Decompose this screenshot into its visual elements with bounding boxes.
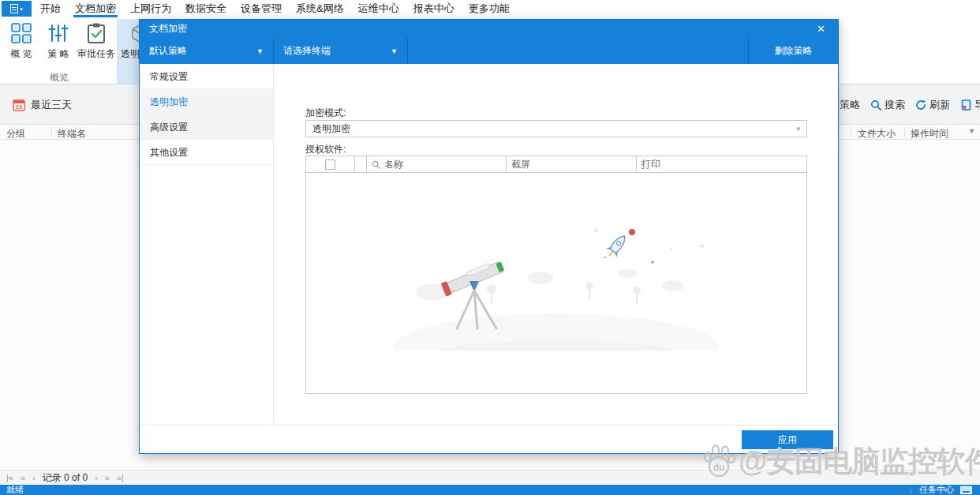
- menu-item-doc-encryption[interactable]: 文档加密: [75, 0, 116, 17]
- dialog-nav: 常规设置 透明加密 高级设置 其他设置: [140, 64, 274, 425]
- record-count-label: 记录 0 of 0: [43, 471, 88, 485]
- export-label: 导出: [974, 98, 980, 112]
- prev-page-button[interactable]: ‹: [32, 473, 36, 482]
- status-bar: 就绪 ↓ 任务中心: [0, 485, 980, 495]
- download-arrow-icon[interactable]: ↓: [909, 485, 914, 495]
- column-divider[interactable]: [904, 127, 905, 137]
- chevron-down-icon: ▾: [796, 125, 800, 133]
- export-button[interactable]: 导出: [960, 98, 980, 112]
- next-page-button[interactable]: ›: [95, 473, 98, 482]
- policy-label: 策略: [840, 98, 860, 112]
- date-filter-label: 最近三天: [31, 98, 72, 112]
- export-icon: [960, 99, 971, 111]
- chevron-down-icon: ▼: [256, 47, 264, 55]
- first-page-button[interactable]: |«: [6, 473, 13, 482]
- select-terminal-dropdown[interactable]: 请选择终端 ▼: [274, 38, 408, 64]
- search-icon: [372, 160, 380, 169]
- refresh-icon: [915, 99, 926, 111]
- refresh-button[interactable]: 刷新: [915, 98, 950, 112]
- encryption-mode-label: 加密模式:: [305, 107, 346, 120]
- status-ready-label: 就绪: [6, 485, 24, 495]
- nav-item-advanced-settings[interactable]: 高级设置: [140, 114, 273, 140]
- app-menu-caret-icon: ▾: [20, 6, 23, 12]
- default-policy-dropdown[interactable]: 默认策略 ▼: [140, 38, 274, 64]
- svg-text:23: 23: [16, 103, 22, 111]
- encryption-mode-value: 透明加密: [312, 122, 350, 136]
- menu-item-data-security[interactable]: 数据安全: [185, 0, 226, 17]
- dialog-content: 加密模式: 透明加密 ▾ 授权软件:: [274, 64, 838, 425]
- nav-item-transparent-encryption[interactable]: 透明加密: [140, 89, 273, 114]
- authorized-software-label: 授权软件:: [305, 143, 346, 156]
- app-menu-button[interactable]: ▾: [2, 1, 32, 17]
- app-menu-icon: [10, 4, 18, 13]
- print-column-header[interactable]: 打印: [637, 156, 806, 172]
- screenshot-column-header[interactable]: 截屏: [507, 156, 637, 172]
- encryption-mode-select[interactable]: 透明加密 ▾: [305, 120, 807, 137]
- clipboard-check-icon: [85, 19, 107, 47]
- task-center-button[interactable]: 任务中心: [919, 484, 954, 495]
- menu-item-more-functions[interactable]: 更多功能: [469, 0, 510, 17]
- chevron-down-icon: ▼: [391, 47, 398, 55]
- menu-items: 开始 文档加密 上网行为 数据安全 设备管理 系统&网络 运维中心 报表中心 更…: [40, 0, 510, 17]
- select-terminal-label: 请选择终端: [283, 44, 331, 58]
- column-header-optime[interactable]: 操作时间: [911, 127, 948, 141]
- authorized-software-table: 名称 截屏 打印: [305, 156, 807, 394]
- column-header-filesize[interactable]: 文件大小: [858, 127, 896, 141]
- ribbon-tool-label: 概 览: [10, 47, 32, 61]
- monitor-icon[interactable]: [960, 486, 972, 494]
- select-all-cell: [306, 156, 355, 172]
- menu-item-device-management[interactable]: 设备管理: [241, 0, 282, 17]
- apply-button[interactable]: 应用: [742, 430, 833, 449]
- authorized-software-table-header: 名称 截屏 打印: [306, 156, 806, 173]
- document-encryption-dialog: 文档加密 ✕ 默认策略 ▼ 请选择终端 ▼ 删除策略 常规设置 透明加密 高级设…: [139, 19, 839, 454]
- date-filter-button[interactable]: 23 最近三天: [13, 98, 72, 112]
- name-column-label: 名称: [384, 158, 403, 171]
- fast-next-page-button[interactable]: »: [105, 473, 110, 482]
- search-icon: [870, 99, 881, 111]
- nav-item-general-settings[interactable]: 常规设置: [140, 64, 273, 89]
- menu-item-report-center[interactable]: 报表中心: [413, 0, 454, 17]
- screen: ▾ 开始 文档加密 上网行为 数据安全 设备管理 系统&网络 运维中心 报表中心…: [0, 0, 980, 495]
- menu-item-web-behavior[interactable]: 上网行为: [130, 0, 171, 17]
- column-divider[interactable]: [851, 127, 851, 137]
- spacer-cell: [355, 156, 367, 172]
- last-page-button[interactable]: »|: [117, 473, 124, 482]
- ribbon-tool-label: 策 略: [47, 47, 69, 61]
- workspace-actions: 策略 搜索 刷新: [825, 98, 980, 112]
- search-button[interactable]: 搜索: [870, 98, 905, 112]
- print-column-label: 打印: [641, 158, 660, 171]
- refresh-label: 刷新: [930, 98, 950, 112]
- column-header-group[interactable]: 分组: [6, 127, 25, 141]
- grid-icon: [10, 19, 32, 47]
- select-all-checkbox[interactable]: [325, 159, 335, 170]
- menu-item-ops-center[interactable]: 运维中心: [358, 0, 399, 17]
- column-divider[interactable]: [51, 127, 52, 137]
- ribbon-tool-label: 审批任务: [77, 47, 115, 61]
- menu-item-system-network[interactable]: 系统&网络: [296, 0, 344, 17]
- authorized-software-table-body: [306, 173, 806, 393]
- toolbar-spacer: [408, 38, 748, 64]
- screenshot-column-label: 截屏: [511, 158, 530, 171]
- ribbon-group-label: 概览: [24, 71, 95, 84]
- menu-bar: ▾ 开始 文档加密 上网行为 数据安全 设备管理 系统&网络 运维中心 报表中心…: [0, 0, 980, 17]
- column-chooser-caret-icon[interactable]: ▼: [968, 127, 975, 135]
- dialog-footer: 应用: [140, 425, 838, 453]
- calendar-icon: 23: [13, 99, 25, 111]
- fast-prev-page-button[interactable]: «: [21, 473, 25, 482]
- dialog-toolbar: 默认策略 ▼ 请选择终端 ▼ 删除策略: [140, 38, 838, 64]
- ribbon-tool-overview[interactable]: 概 览: [3, 19, 39, 71]
- name-column-header[interactable]: 名称: [367, 156, 507, 172]
- dialog-title: 文档加密: [149, 22, 187, 36]
- ribbon-tool-approval-tasks[interactable]: 审批任务: [77, 19, 115, 71]
- default-policy-label: 默认策略: [149, 44, 187, 58]
- column-header-terminal[interactable]: 终端名: [58, 127, 86, 141]
- pagination-bar: |« « ‹ 记录 0 of 0 › » »|: [0, 470, 980, 485]
- menu-item-start[interactable]: 开始: [40, 0, 61, 17]
- ribbon-tool-policy[interactable]: 策 略: [41, 19, 76, 71]
- delete-policy-label: 删除策略: [775, 44, 813, 58]
- delete-policy-button[interactable]: 删除策略: [748, 38, 838, 64]
- nav-item-other-settings[interactable]: 其他设置: [140, 140, 273, 165]
- dialog-body: 常规设置 透明加密 高级设置 其他设置 加密模式: 透明加密 ▾ 授权软件:: [140, 64, 838, 425]
- search-label: 搜索: [885, 98, 905, 112]
- close-icon[interactable]: ✕: [817, 24, 825, 34]
